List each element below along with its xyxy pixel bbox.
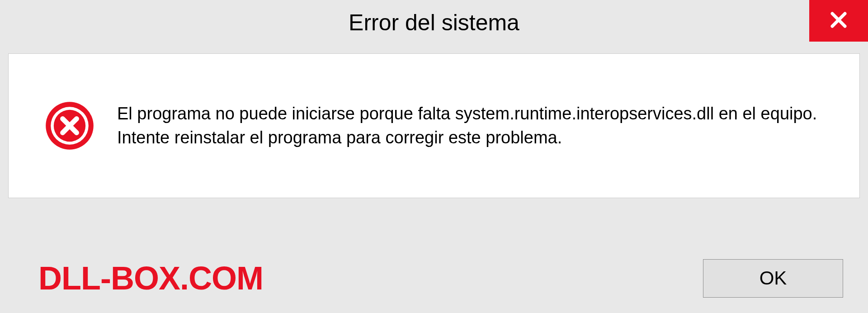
close-button[interactable] (809, 0, 868, 42)
watermark-text: DLL-BOX.COM (38, 260, 263, 297)
dialog-title: Error del sistema (349, 9, 519, 36)
close-icon (828, 9, 849, 33)
error-message: El programa no puede iniciarse porque fa… (117, 102, 828, 150)
titlebar: Error del sistema (0, 0, 868, 45)
content-panel: El programa no puede iniciarse porque fa… (8, 53, 860, 198)
error-icon (45, 101, 94, 151)
ok-button[interactable]: OK (703, 259, 843, 298)
dialog-footer: DLL-BOX.COM OK (0, 243, 868, 313)
